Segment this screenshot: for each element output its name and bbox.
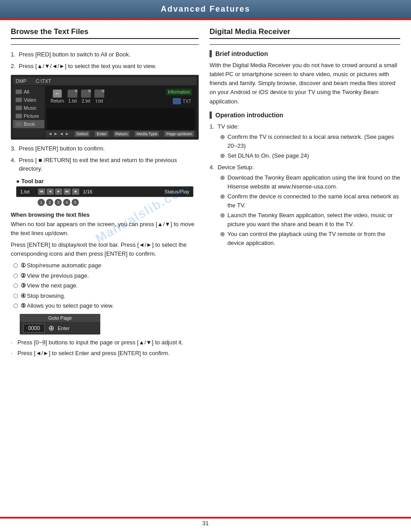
- when-browsing-body2: Press [ENTER] to display/exit the tool b…: [11, 240, 199, 258]
- fb-sidebar-picture: Picture: [13, 112, 44, 120]
- fb-statusbar: ◄ ► ◄ ► Select Enter Return Media Type P…: [45, 130, 197, 137]
- fb-txt-icon: [173, 98, 181, 104]
- fb-file-icon-1: [68, 90, 77, 98]
- step-3: Press [ENTER] button to confirm.: [11, 144, 199, 153]
- fb-file-1: 1.txt: [68, 90, 77, 103]
- left-divider: [11, 44, 199, 45]
- fb-all-icon: [16, 90, 22, 94]
- tb-num-3: 3: [55, 199, 62, 206]
- tb-btn-prev: ⏮: [38, 189, 45, 195]
- device-item-2: Confirm the device is connected to the s…: [219, 192, 400, 210]
- fb-file-label-3: t.txt: [96, 99, 103, 103]
- fb-file-label-1: 1.txt: [68, 99, 77, 103]
- page-header: Advanced Features: [0, 0, 411, 18]
- circle-item-4: ④Stop browsing.: [13, 292, 199, 300]
- content-area: Browse the Text Files Press [RED] button…: [0, 20, 411, 367]
- circle-item-5: ⑤Allows you to select page to view.: [13, 301, 199, 310]
- fb-page-btn: Page up/down: [164, 131, 194, 137]
- left-column: Browse the Text Files Press [RED] button…: [11, 27, 199, 360]
- tb-status: Status/Play: [164, 189, 189, 194]
- fb-file-icon-2: [81, 90, 91, 98]
- fb-dmp-label: DMP: [16, 78, 26, 84]
- steps-list: Press [RED] button to switch to All or B…: [11, 50, 199, 70]
- page-title: Advanced Features: [0, 4, 411, 14]
- operation-intro-label: Operation introduction: [215, 112, 283, 119]
- steps-list-2: Press [ENTER] button to confirm. Press […: [11, 144, 199, 173]
- tb-btn-next: ⏭: [64, 189, 71, 195]
- fb-header: DMP C:\TXT: [13, 77, 197, 85]
- fb-video-icon: [16, 98, 22, 102]
- goto-body: 0000 ⊕ Enter: [20, 322, 100, 335]
- fb-info: Information: [166, 89, 192, 95]
- fb-sidebar-music: Music: [13, 104, 44, 112]
- fb-music-icon: [16, 106, 22, 110]
- brief-body: With the Digital Media Receiver you do n…: [210, 61, 400, 106]
- step-1: Press [RED] button to switch to All or B…: [11, 50, 199, 59]
- device-setup-list: Download the Twonky Beam application usi…: [219, 173, 400, 247]
- step-2: Press [▲/▼/◄/►] to select the text you w…: [11, 62, 199, 71]
- device-item-1: Download the Twonky Beam application usi…: [219, 173, 400, 191]
- red-bar-bottom: [0, 517, 411, 519]
- fb-sidebar-all: All: [13, 88, 44, 96]
- goto-input: 0000: [23, 324, 45, 333]
- operation-steps: TV side: Confirm the TV is connected to …: [210, 122, 400, 248]
- operation-intro-heading: Operation introduction: [210, 112, 400, 119]
- op-step-1: TV side: Confirm the TV is connected to …: [210, 122, 400, 160]
- fb-picture-icon: [16, 114, 22, 118]
- when-browsing-body1: When no tool bar appears on the screen, …: [11, 220, 199, 238]
- brief-intro-heading: Brief introduction: [210, 50, 400, 57]
- fb-txt-badge: TXT: [170, 97, 194, 105]
- fb-return-btn: Return: [114, 131, 129, 137]
- tv-side-item-2: Set DLNA to On. (See page 24): [219, 151, 400, 160]
- fb-txt-label: TXT: [183, 99, 191, 104]
- fb-enter-btn: Enter: [95, 131, 108, 137]
- bullet-line-2: · Press [◄/►] to select Enter and press …: [11, 349, 199, 358]
- fb-sidebar-video: Video: [13, 96, 44, 104]
- when-browsing-title: When browsing the text files: [11, 211, 199, 218]
- fb-file-label-2: 2.txt: [82, 99, 90, 103]
- fb-music-label: Music: [24, 105, 37, 111]
- circle-item-2: ②View the previous page.: [13, 271, 199, 280]
- tb-filename: 1.txt: [20, 189, 34, 194]
- bullet-dot-1: ·: [11, 338, 16, 347]
- goto-enter: Enter: [58, 326, 69, 331]
- tb-btn-back: ◄: [47, 189, 54, 195]
- op-step-2: Device Setup: Download the Twonky Beam a…: [210, 163, 400, 248]
- fb-status-nav: ◄ ► ◄ ►: [48, 131, 69, 137]
- right-column: Digital Media Receiver Brief introductio…: [210, 27, 400, 360]
- fb-file-grid: ↩ Return 1.txt 2.txt: [48, 88, 161, 105]
- brief-intro-label: Brief introduction: [215, 50, 268, 57]
- tb-num-2: 2: [46, 199, 53, 206]
- right-divider: [210, 44, 400, 45]
- tb-num-1: 1: [38, 199, 45, 206]
- fb-book-label: Book: [24, 121, 35, 127]
- left-section-title: Browse the Text Files: [11, 27, 199, 39]
- fb-picture-label: Picture: [24, 113, 39, 119]
- circle-item-1: ①Stop/resume automatic page: [13, 261, 199, 270]
- fb-return-icon: ↩: [53, 90, 62, 98]
- tb-btn-stop: ■: [72, 189, 79, 195]
- fb-file-2: 2.txt: [81, 90, 91, 103]
- page-number: 31: [0, 520, 411, 527]
- fb-path-label: C:\TXT: [35, 78, 51, 84]
- fb-return-label: Return: [51, 99, 64, 103]
- tb-num-4: 4: [63, 199, 70, 206]
- fb-all-label: All: [24, 89, 29, 94]
- fb-sidebar-book: Book: [13, 120, 44, 128]
- fb-media-type-btn: Media Type: [135, 131, 159, 137]
- tv-side-list: Confirm the TV is connected to a local a…: [219, 133, 400, 160]
- file-browser: DMP C:\TXT All Video Music: [11, 75, 199, 140]
- tool-bar-label: ● Tool bar: [16, 178, 199, 184]
- fb-return: ↩ Return: [51, 90, 64, 103]
- fb-book-icon: [16, 122, 22, 126]
- fb-body: All Video Music Picture: [13, 86, 197, 137]
- tb-btn-play: ►: [55, 189, 62, 195]
- bullet-line-1: · Press [0~9] buttons to input the page …: [11, 338, 199, 347]
- toolbar-mockup: 1.txt ⏮ ◄ ► ⏭ ■ 1/16 Status/Play: [16, 186, 193, 197]
- bullet-dot-2: ·: [11, 349, 16, 358]
- fb-select-btn: Select: [75, 131, 90, 137]
- tb-numbers: 1 2 3 4 5: [38, 199, 199, 206]
- goto-arrow: ⊕: [48, 324, 54, 332]
- step-4: Press [ ■ /RETURN] to exit the text and …: [11, 156, 199, 173]
- tb-position: 1/16: [83, 189, 92, 194]
